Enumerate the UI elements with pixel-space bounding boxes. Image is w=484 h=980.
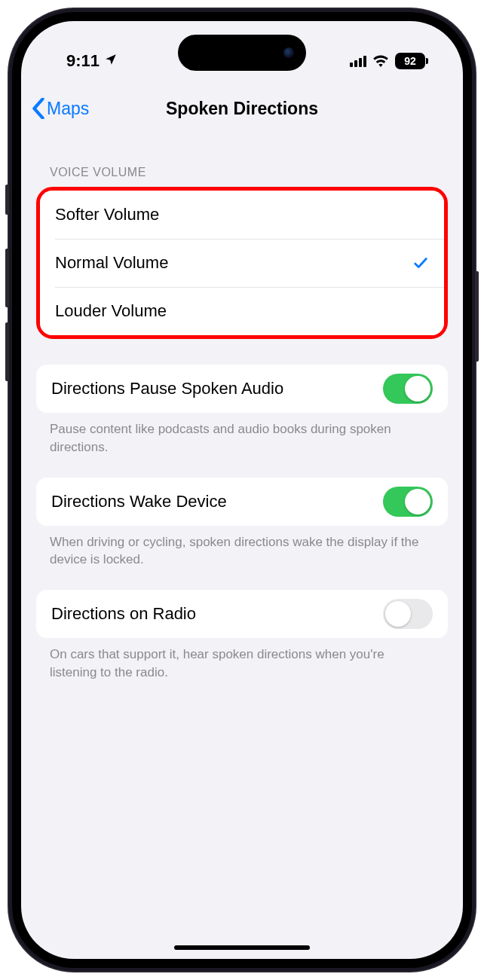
navigation-bar: Maps Spoken Directions [21, 81, 463, 136]
location-arrow-icon [104, 53, 118, 70]
silent-switch [5, 185, 9, 215]
voice-volume-option-normal[interactable]: Normal Volume [40, 239, 444, 287]
on-radio-row[interactable]: Directions on Radio [36, 590, 448, 638]
on-radio-group: Directions on Radio [36, 590, 448, 638]
back-button[interactable]: Maps [21, 98, 89, 119]
option-label: Louder Volume [55, 301, 167, 321]
wake-device-row[interactable]: Directions Wake Device [36, 478, 448, 526]
screen: 9:11 92 [21, 21, 463, 959]
chevron-left-icon [32, 98, 45, 119]
status-left: 9:11 [66, 51, 118, 71]
back-label: Maps [47, 99, 89, 119]
voice-volume-option-louder[interactable]: Louder Volume [40, 287, 444, 335]
pause-audio-note: Pause content like podcasts and audio bo… [36, 413, 448, 478]
settings-list: VOICE VOLUME Softer Volume Normal Volume [21, 136, 463, 703]
power-button [475, 271, 479, 362]
option-label: Normal Volume [55, 253, 168, 273]
content: Maps Spoken Directions VOICE VOLUME Soft… [21, 81, 463, 959]
pause-audio-group: Directions Pause Spoken Audio [36, 365, 448, 413]
volume-down-button [5, 322, 9, 381]
voice-volume-group: Softer Volume Normal Volume Louder Volum… [40, 191, 444, 335]
phone-frame: 9:11 92 [12, 12, 472, 968]
status-time: 9:11 [66, 51, 100, 71]
toggle-label: Directions on Radio [51, 604, 196, 624]
wake-device-switch[interactable] [383, 487, 433, 517]
battery-level: 92 [404, 55, 416, 67]
on-radio-note: On cars that support it, hear spoken dir… [36, 638, 448, 703]
pause-audio-switch[interactable] [383, 374, 433, 404]
wake-device-group: Directions Wake Device [36, 478, 448, 526]
toggle-label: Directions Wake Device [51, 492, 227, 511]
front-camera-icon [283, 47, 294, 58]
home-indicator[interactable] [174, 945, 310, 950]
dynamic-island [178, 35, 306, 71]
voice-volume-option-softer[interactable]: Softer Volume [40, 191, 444, 239]
phone-hardware: 9:11 92 [8, 8, 476, 972]
cellular-signal-icon [350, 55, 366, 67]
option-label: Softer Volume [55, 205, 159, 224]
status-right: 92 [350, 53, 425, 69]
wake-device-note: When driving or cycling, spoken directio… [36, 526, 448, 591]
checkmark-icon [412, 255, 429, 271]
on-radio-switch[interactable] [383, 599, 433, 629]
battery-indicator: 92 [395, 53, 425, 69]
wifi-icon [372, 55, 389, 67]
volume-up-button [5, 249, 9, 307]
pause-audio-row[interactable]: Directions Pause Spoken Audio [36, 365, 448, 413]
voice-volume-header: VOICE VOLUME [36, 154, 448, 187]
voice-volume-highlight: Softer Volume Normal Volume Louder Volum… [36, 187, 448, 339]
toggle-label: Directions Pause Spoken Audio [51, 379, 283, 398]
